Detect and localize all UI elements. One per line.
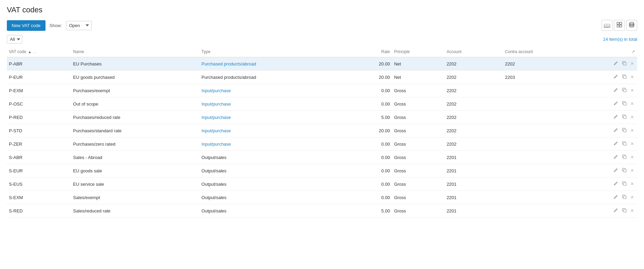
copy-button[interactable] [621,114,628,121]
account-cell: 2202 [445,111,503,124]
copy-button[interactable] [621,87,628,94]
col-header-vat-code[interactable]: VAT code ▲ ... [7,46,71,57]
edit-button[interactable] [612,154,619,161]
book-view-icon: 📖 [604,22,610,29]
account-cell: 2201 [445,164,503,178]
delete-icon: × [631,154,634,160]
book-view-button[interactable]: 📖 [602,20,613,31]
row-actions-cell: × [584,71,637,84]
vat-codes-table: VAT code ▲ ... Name Type Rate Principle … [7,46,637,218]
type-cell[interactable]: Input/purchase [199,97,351,111]
edit-button[interactable] [612,194,619,201]
rate-cell: 0.00 [351,84,392,97]
delete-button[interactable]: × [629,194,635,201]
delete-button[interactable]: × [629,100,635,108]
delete-button[interactable]: × [629,167,635,174]
delete-button[interactable]: × [629,73,635,81]
edit-icon [614,101,618,107]
edit-button[interactable] [612,87,619,94]
delete-button[interactable]: × [629,140,635,148]
print-icon [629,22,634,29]
edit-button[interactable] [612,114,619,121]
edit-icon [614,61,618,66]
copy-button[interactable] [621,127,628,134]
row-actions: × [587,154,635,161]
delete-button[interactable]: × [629,127,635,134]
contra-account-cell [503,178,585,191]
new-vat-button[interactable]: New VAT code [7,20,46,31]
delete-button[interactable]: × [629,154,635,161]
edit-icon [614,74,618,80]
name-cell: Purchases/exempt [71,84,199,97]
delete-icon: × [631,87,634,94]
edit-icon [614,195,618,200]
type-cell[interactable]: Input/purchase [199,137,351,151]
copy-button[interactable] [621,154,628,161]
copy-icon [622,181,627,187]
svg-rect-1 [620,22,622,24]
col-header-name: Name [71,46,199,57]
edit-button[interactable] [612,167,619,174]
svg-rect-13 [623,129,626,132]
show-select[interactable]: Open Closed All [66,21,92,30]
table-row: P-STDPurchases/standard rateInput/purcha… [7,124,637,137]
row-actions-cell: × [584,137,637,151]
type-cell[interactable]: Input/purchase [199,84,351,97]
edit-button[interactable] [612,74,619,81]
delete-button[interactable]: × [629,180,635,188]
name-cell: Sales - Abroad [71,151,199,164]
rate-cell: 0.00 [351,191,392,204]
copy-icon [622,195,627,200]
svg-point-7 [633,24,634,25]
delete-button[interactable]: × [629,207,635,215]
vat-code-cell: P-STD [7,124,71,137]
all-filter-select[interactable]: All [7,35,22,44]
delete-icon: × [631,141,634,147]
toolbar-right: 📖 [602,20,637,31]
contra-account-cell [503,111,585,124]
type-cell[interactable]: Input/purchase [199,111,351,124]
edit-button[interactable] [612,207,619,214]
name-cell: Purchases/zero rated [71,137,199,151]
svg-rect-14 [623,143,626,145]
contra-account-cell [503,164,585,178]
copy-icon [622,101,627,107]
copy-button[interactable] [621,100,628,107]
type-cell[interactable]: Input/purchase [199,124,351,137]
edit-button[interactable] [612,60,619,67]
copy-button[interactable] [621,167,628,174]
edit-button[interactable] [612,100,619,107]
principle-cell: Gross [392,137,445,151]
row-actions-cell: × [584,191,637,204]
edit-icon [614,141,618,147]
principle-cell: Gross [392,84,445,97]
grid-view-button[interactable] [614,20,625,31]
account-cell: 2201 [445,178,503,191]
copy-button[interactable] [621,60,628,67]
print-button[interactable] [626,20,637,31]
delete-button[interactable]: × [629,87,635,94]
copy-button[interactable] [621,194,628,201]
type-cell: Output/sales [199,151,351,164]
delete-button[interactable]: × [629,113,635,121]
edit-button[interactable] [612,127,619,134]
edit-icon [614,181,618,187]
name-cell: EU Purchases [71,57,199,71]
type-cell: Output/sales [199,191,351,204]
copy-button[interactable] [621,207,628,214]
vat-code-cell: S-RED [7,204,71,218]
account-cell: 2202 [445,124,503,137]
copy-button[interactable] [621,74,628,81]
svg-rect-10 [623,89,626,92]
copy-button[interactable] [621,181,628,187]
delete-button[interactable]: × [629,60,635,68]
rate-cell: 0.00 [351,151,392,164]
row-actions-cell: × [584,97,637,111]
copy-icon [622,208,627,213]
edit-button[interactable] [612,140,619,147]
copy-button[interactable] [621,140,628,147]
principle-cell: Gross [392,111,445,124]
edit-button[interactable] [612,181,619,187]
main-toolbar: New VAT code Show: Open Closed All 📖 [7,20,637,31]
type-cell[interactable]: Purchased products/abroad [199,57,351,71]
